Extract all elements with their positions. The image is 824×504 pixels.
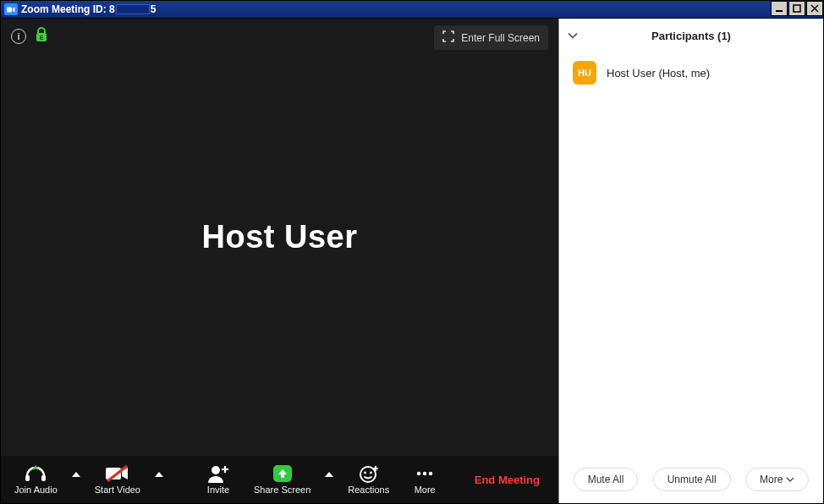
svg-rect-0 xyxy=(7,7,12,12)
participants-title: Participants (1) xyxy=(571,30,811,42)
chevron-down-icon xyxy=(786,477,794,482)
unmute-all-button[interactable]: Unmute All xyxy=(653,468,731,491)
full-screen-label: Enter Full Screen xyxy=(461,32,540,44)
meeting-id-redacted xyxy=(116,4,150,14)
share-options-chevron[interactable] xyxy=(321,472,338,487)
encryption-lock-icon[interactable]: E xyxy=(35,27,48,46)
participants-more-button[interactable]: More xyxy=(745,468,809,491)
reactions-button[interactable]: Reactions xyxy=(338,463,399,496)
participants-more-label: More xyxy=(760,474,783,485)
minimize-button[interactable] xyxy=(771,1,788,16)
start-video-label: Start Video xyxy=(95,485,140,495)
join-audio-button[interactable]: Join Audio xyxy=(4,463,68,496)
join-audio-label: Join Audio xyxy=(14,485,58,495)
share-screen-label: Share Screen xyxy=(254,485,310,495)
svg-point-11 xyxy=(211,466,220,474)
svg-rect-7 xyxy=(25,475,30,481)
video-area: i E Enter Full Screen Host User xyxy=(1,19,558,503)
svg-rect-2 xyxy=(794,5,800,12)
svg-point-22 xyxy=(429,472,432,475)
svg-rect-8 xyxy=(41,475,46,481)
enter-full-screen-button[interactable]: Enter Full Screen xyxy=(434,25,548,50)
svg-point-21 xyxy=(423,472,426,475)
participants-footer: Mute All Unmute All More xyxy=(559,459,823,503)
video-stage: i E Enter Full Screen Host User xyxy=(1,19,558,456)
participants-header: Participants (1) xyxy=(559,19,823,52)
collapse-chevron-icon[interactable] xyxy=(568,30,578,42)
invite-button[interactable]: Invite xyxy=(193,463,244,496)
participant-row[interactable]: HU Host User (Host, me) xyxy=(559,52,823,93)
svg-point-20 xyxy=(417,472,420,475)
svg-point-17 xyxy=(370,472,372,474)
more-label: More xyxy=(415,485,436,495)
video-options-chevron[interactable] xyxy=(151,472,168,487)
titlebar: Zoom Meeting ID: 8 5 xyxy=(0,0,824,19)
window-title: Zoom Meeting ID: 8 5 xyxy=(21,3,770,15)
svg-text:E: E xyxy=(40,35,44,41)
meeting-toolbar: Join Audio Start Video xyxy=(1,456,558,503)
start-video-button[interactable]: Start Video xyxy=(85,463,151,496)
share-screen-button[interactable]: Share Screen xyxy=(244,463,321,496)
close-button[interactable] xyxy=(806,1,823,16)
mute-all-button[interactable]: Mute All xyxy=(574,468,639,491)
active-speaker-name: Host User xyxy=(202,219,358,255)
more-button[interactable]: More xyxy=(399,463,450,496)
invite-label: Invite xyxy=(207,485,229,495)
end-meeting-button[interactable]: End Meeting xyxy=(459,474,555,486)
participants-panel: Participants (1) HU Host User (Host, me)… xyxy=(558,19,823,503)
avatar: HU xyxy=(573,61,596,85)
title-prefix: Zoom Meeting ID: 8 xyxy=(21,3,115,15)
zoom-app-icon xyxy=(4,3,18,15)
audio-options-chevron[interactable] xyxy=(68,472,85,487)
window-controls xyxy=(770,1,823,18)
title-suffix: 5 xyxy=(151,3,157,15)
meeting-info-icon[interactable]: i xyxy=(11,29,26,44)
participant-name: Host User (Host, me) xyxy=(607,67,710,79)
fullscreen-icon xyxy=(442,30,454,45)
maximize-button[interactable] xyxy=(788,1,805,16)
reactions-label: Reactions xyxy=(348,485,389,495)
svg-point-16 xyxy=(364,472,366,474)
